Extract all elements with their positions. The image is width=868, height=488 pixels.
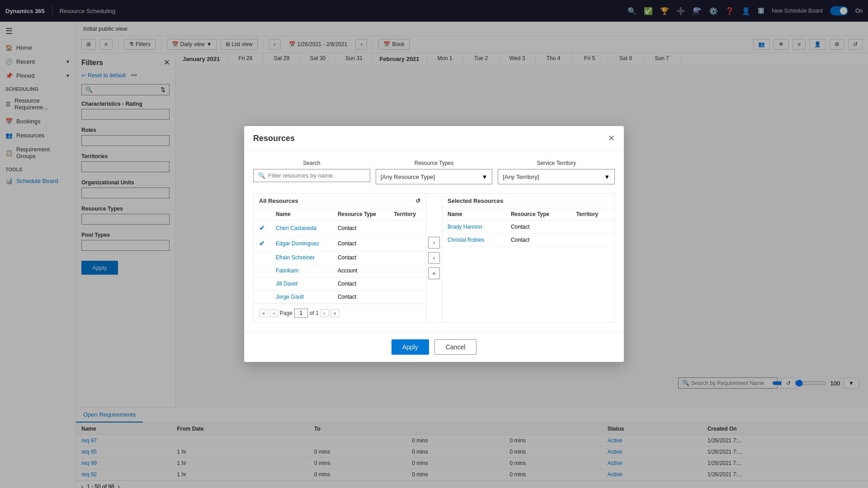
page-input[interactable] [294,309,308,318]
resource-type-cell: Contact [332,277,388,291]
search-label: Search [253,160,370,166]
service-territory-col: Service Territory [Any Territory] ▼ [498,160,615,184]
check-cell: ✔ [254,221,270,236]
list-item: Christal Robles Contact [442,234,614,247]
page-total: of 1 [310,310,319,316]
service-territory-dropdown[interactable]: [Any Territory] ▼ [498,169,615,184]
selected-resources-label: Selected Resources [448,197,504,204]
list-item[interactable]: ✔ Cheri Castaneda Contact [254,221,426,236]
all-resources-label: All Resources [259,197,298,204]
sel-resource-name-cell: Christal Robles [442,234,505,247]
sel-territory-col-header: Territory [571,208,614,221]
move-left-btn[interactable]: ‹ [428,252,440,264]
resource-name-link[interactable]: Efrain Schreiner [276,254,315,261]
resource-type-cell: Contact [332,221,388,236]
resource-types-dropdown[interactable]: [Any Resource Type] ▼ [376,169,493,184]
resource-type-cell: Contact [332,236,388,251]
list-item[interactable]: Jill David Contact [254,277,426,291]
service-territory-label: Service Territory [498,160,615,166]
sel-resource-territory-cell [571,234,614,247]
check-cell: ✔ [254,236,270,251]
selected-resources-col: Selected Resources Name Resource Type Te… [442,194,614,322]
resource-types-value: [Any Resource Type] [381,174,435,180]
resource-name-cell: Jill David [270,277,332,291]
check-col-header [254,208,270,221]
modal-body: Search 🔍 Resource Types [Any Resource Ty… [244,151,624,332]
territory-col-header: Territory [388,208,426,221]
resource-name-cell: Edgar Dominguez [270,236,332,251]
selected-resources-table: Name Resource Type Territory Brady Hanno… [442,208,614,247]
list-item[interactable]: Jorge Gault Contact [254,291,426,304]
all-resources-header: All Resources ↺ [254,194,426,208]
resource-types-col: Resource Types [Any Resource Type] ▼ [376,160,493,184]
resource-name-cell: Fabrikam [270,264,332,277]
sel-resource-name-link[interactable]: Brady Hannon [448,224,482,230]
resource-name-link[interactable]: Cheri Castaneda [276,225,316,231]
resource-name-link[interactable]: Fabrikam [276,267,298,274]
resource-name-cell: Efrain Schreiner [270,251,332,264]
page-label: Page [280,310,292,316]
resource-name-cell: Jorge Gault [270,291,332,304]
resource-territory-cell [388,264,426,277]
chevron-down-territory: ▼ [604,174,610,180]
modal-title: Resources [253,134,295,143]
selected-resources-header: Selected Resources [442,194,614,208]
check-cell [254,291,270,304]
modal-apply-button[interactable]: Apply [392,339,429,355]
resource-name-link[interactable]: Jorge Gault [276,294,304,300]
resource-name-link[interactable]: Edgar Dominguez [276,240,319,247]
modal-search-input[interactable] [268,172,365,179]
checked-icon: ✔ [259,224,265,232]
list-item: Brady Hannon Contact [442,221,614,234]
resource-type-cell: Contact [332,291,388,304]
resource-territory-cell [388,236,426,251]
resource-types-label: Resource Types [376,160,493,166]
list-item[interactable]: Fabrikam Account [254,264,426,277]
checked-icon: ✔ [259,239,265,247]
resource-type-cell: Contact [332,251,388,264]
sel-type-col-header: Resource Type [505,208,571,221]
service-territory-value: [Any Territory] [503,174,539,180]
resource-name-cell: Cheri Castaneda [270,221,332,236]
type-col-header: Resource Type [332,208,388,221]
modal-search-row: Search 🔍 Resource Types [Any Resource Ty… [253,160,615,184]
resources-modal: Resources ✕ Search 🔍 Resource Types [Any… [244,126,624,362]
resource-type-cell: Account [332,264,388,277]
next-page-btn[interactable]: › [321,309,329,317]
chevron-down-resource-types: ▼ [481,174,487,180]
sel-resource-territory-cell [571,221,614,234]
sel-resource-type-cell: Contact [505,221,571,234]
all-resources-pagination: « ‹ Page of 1 › » [254,304,426,322]
modal-close-button[interactable]: ✕ [608,133,615,143]
sel-resource-type-cell: Contact [505,234,571,247]
refresh-icon-resources[interactable]: ↺ [415,197,420,204]
sel-resource-name-cell: Brady Hannon [442,221,505,234]
move-right-btn[interactable]: › [428,237,440,249]
last-page-btn[interactable]: » [330,309,340,317]
all-resources-col: All Resources ↺ Name Resource Type Terri… [254,194,426,322]
modal-footer: Apply Cancel [244,332,624,362]
resource-territory-cell [388,277,426,291]
resource-territory-cell [388,221,426,236]
modal-cancel-button[interactable]: Cancel [434,339,477,355]
resource-territory-cell [388,291,426,304]
prev-page-btn[interactable]: ‹ [270,309,278,317]
resource-picker: All Resources ↺ Name Resource Type Terri… [253,193,615,323]
check-cell [254,277,270,291]
resource-name-link[interactable]: Jill David [276,281,297,287]
modal-search-input-box: 🔍 [253,169,370,182]
modal-header: Resources ✕ [244,126,624,151]
list-item[interactable]: Efrain Schreiner Contact [254,251,426,264]
sel-resource-name-link[interactable]: Christal Robles [448,237,484,243]
name-col-header: Name [270,208,332,221]
resource-territory-cell [388,251,426,264]
check-cell [254,251,270,264]
list-item[interactable]: ✔ Edgar Dominguez Contact [254,236,426,251]
sel-name-col-header: Name [442,208,505,221]
search-icon-modal: 🔍 [258,172,265,179]
first-page-btn[interactable]: « [259,309,268,317]
all-resources-table: Name Resource Type Territory ✔ Cheri Cas… [254,208,426,304]
transfer-col: › ‹ « [426,194,442,322]
move-all-left-btn[interactable]: « [428,267,440,279]
check-cell [254,264,270,277]
